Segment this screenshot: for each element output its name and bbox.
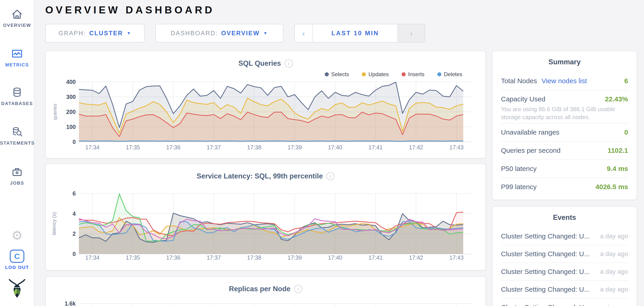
chevron-down-icon: ▼ bbox=[127, 31, 132, 36]
summary-row-label: Total Nodes bbox=[501, 77, 537, 85]
event-row: Cluster Setting Changed: U...a day ago bbox=[501, 228, 628, 245]
events-panel: Events Cluster Setting Changed: U...a da… bbox=[492, 206, 637, 306]
event-time: a day ago bbox=[596, 304, 628, 306]
summary-row-label: Capacity Used bbox=[501, 95, 545, 103]
time-window-prev-button[interactable]: ‹ bbox=[295, 24, 313, 42]
summary-row-value: 22.43% bbox=[605, 95, 628, 103]
logout-button[interactable]: C LOG OUT bbox=[0, 250, 34, 270]
svg-text:latency (s): latency (s) bbox=[51, 212, 57, 235]
time-window-next-button[interactable]: › bbox=[398, 24, 425, 42]
event-time: a day ago bbox=[596, 286, 628, 293]
sidebar-item-label: DATABASES bbox=[1, 101, 33, 106]
statements-icon bbox=[11, 126, 24, 138]
svg-text:400: 400 bbox=[66, 79, 76, 85]
sidebar-item-jobs[interactable]: JOBS bbox=[0, 166, 34, 186]
sql-queries-chart: 010020030040017:3417:3517:3617:3717:3817… bbox=[46, 51, 486, 158]
svg-text:17:36: 17:36 bbox=[166, 144, 180, 150]
view-nodes-list-link[interactable]: View nodes list bbox=[542, 77, 587, 85]
summary-row-value: 1102.1 bbox=[608, 147, 628, 154]
sidebar-item-overview[interactable]: OVERVIEW bbox=[0, 8, 34, 28]
svg-text:17:38: 17:38 bbox=[247, 254, 262, 261]
service-latency-panel: Service Latency: SQL, 99th percentile i … bbox=[45, 164, 486, 270]
svg-text:17:35: 17:35 bbox=[126, 254, 140, 261]
summary-row-value: 0 bbox=[624, 128, 628, 136]
chevron-down-icon: ▼ bbox=[263, 31, 268, 36]
svg-text:17:37: 17:37 bbox=[207, 254, 221, 261]
svg-text:17:36: 17:36 bbox=[166, 254, 180, 261]
sidebar-item-statements[interactable]: STATEMENTS bbox=[0, 126, 34, 146]
svg-text:300: 300 bbox=[66, 94, 76, 100]
svg-text:17:43: 17:43 bbox=[449, 144, 464, 150]
event-row: Cluster Setting Changed: U...a day ago bbox=[501, 281, 628, 298]
svg-text:0: 0 bbox=[72, 251, 76, 257]
summary-row-label: P99 latency bbox=[501, 183, 537, 191]
summary-row-value: 9.4 ms bbox=[607, 165, 628, 172]
event-label: Cluster Setting Changed: U... bbox=[501, 232, 590, 240]
gear-icon[interactable]: ⚙ bbox=[0, 229, 34, 242]
svg-text:17:42: 17:42 bbox=[409, 254, 423, 261]
svg-text:0: 0 bbox=[72, 139, 76, 145]
sidebar-item-databases[interactable]: DATABASES bbox=[0, 86, 34, 106]
summary-panel: Summary Total NodesView nodes list6Capac… bbox=[492, 51, 637, 200]
svg-text:queries: queries bbox=[52, 104, 58, 120]
svg-text:17:43: 17:43 bbox=[449, 254, 464, 261]
c-logo-letter: C bbox=[14, 252, 20, 261]
c-logo-icon: C bbox=[10, 250, 24, 263]
svg-text:17:35: 17:35 bbox=[126, 144, 140, 150]
dashboard-dropdown-label: DASHBOARD: bbox=[170, 30, 218, 37]
svg-text:17:40: 17:40 bbox=[328, 254, 342, 261]
event-label: Cluster Setting Changed: U... bbox=[501, 250, 590, 258]
logout-label: LOG OUT bbox=[0, 265, 34, 270]
svg-text:4: 4 bbox=[72, 210, 76, 217]
time-window-label[interactable]: LAST 10 MIN bbox=[313, 24, 398, 42]
dashboard-dropdown-value: OVERVIEW bbox=[221, 30, 260, 37]
summary-title: Summary bbox=[501, 58, 628, 66]
graph-dropdown-value: CLUSTER bbox=[89, 30, 123, 37]
svg-text:17:41: 17:41 bbox=[368, 144, 383, 150]
sidebar-item-label: STATEMENTS bbox=[0, 140, 35, 146]
event-label: Cluster Setting Changed: U... bbox=[501, 286, 590, 293]
event-time: a day ago bbox=[596, 232, 628, 240]
svg-text:100: 100 bbox=[66, 124, 76, 130]
metrics-icon bbox=[11, 47, 24, 60]
time-window-selector: ‹ LAST 10 MIN › bbox=[294, 24, 425, 42]
summary-row: Queries per second1102.1 bbox=[501, 142, 628, 160]
graph-dropdown[interactable]: GRAPH: CLUSTER ▼ bbox=[45, 24, 145, 42]
svg-text:17:38: 17:38 bbox=[247, 144, 262, 150]
events-title: Events bbox=[501, 214, 628, 222]
summary-row-label: P50 latency bbox=[501, 165, 537, 172]
svg-text:17:39: 17:39 bbox=[288, 254, 302, 261]
page-title: OVERVIEW DASHBOARD bbox=[45, 4, 215, 16]
sidebar: OVERVIEWMETRICSDATABASESSTATEMENTSJOBS ⚙… bbox=[0, 0, 34, 306]
summary-row-value: 6 bbox=[624, 77, 628, 85]
summary-row: Capacity Used22.43%You are using 86.6 Gi… bbox=[501, 90, 628, 124]
cockroach-logo[interactable] bbox=[0, 278, 34, 300]
summary-row: Total NodesView nodes list6 bbox=[501, 72, 628, 90]
replicas-per-node-chart: 1.6k17:3417:3517:3617:3717:3817:3917:401… bbox=[46, 277, 486, 306]
summary-row: P99 latency4026.5 ms bbox=[501, 178, 628, 196]
sidebar-item-metrics[interactable]: METRICS bbox=[0, 47, 34, 68]
event-label: Cluster Setting Changed: U... bbox=[501, 268, 590, 276]
svg-text:6: 6 bbox=[72, 190, 76, 197]
summary-row: Unavailable ranges0 bbox=[501, 124, 628, 142]
sidebar-item-label: METRICS bbox=[5, 62, 29, 67]
graph-dropdown-label: GRAPH: bbox=[58, 30, 86, 37]
dashboard-dropdown[interactable]: DASHBOARD: OVERVIEW ▼ bbox=[155, 24, 283, 42]
event-label: Cluster Setting Changed: U... bbox=[501, 304, 590, 306]
database-icon bbox=[11, 86, 24, 99]
svg-text:200: 200 bbox=[66, 109, 76, 115]
svg-text:17:34: 17:34 bbox=[85, 144, 100, 150]
svg-text:17:42: 17:42 bbox=[409, 144, 423, 150]
summary-row-label: Unavailable ranges bbox=[501, 128, 560, 136]
jobs-icon bbox=[11, 166, 24, 178]
summary-row-label: Queries per second bbox=[501, 147, 560, 154]
event-time: a day ago bbox=[596, 250, 628, 258]
svg-text:17:37: 17:37 bbox=[207, 144, 221, 150]
svg-text:2: 2 bbox=[72, 230, 76, 237]
summary-row-value: 4026.5 ms bbox=[596, 183, 628, 191]
sidebar-item-label: JOBS bbox=[10, 180, 24, 186]
sql-queries-panel: SQL Queries i SelectsUpdatesInsertsDelet… bbox=[45, 51, 486, 158]
event-row: Cluster Setting Changed: U...a day ago bbox=[501, 263, 628, 281]
summary-row: P50 latency9.4 ms bbox=[501, 160, 628, 178]
event-time: a day ago bbox=[596, 268, 628, 275]
